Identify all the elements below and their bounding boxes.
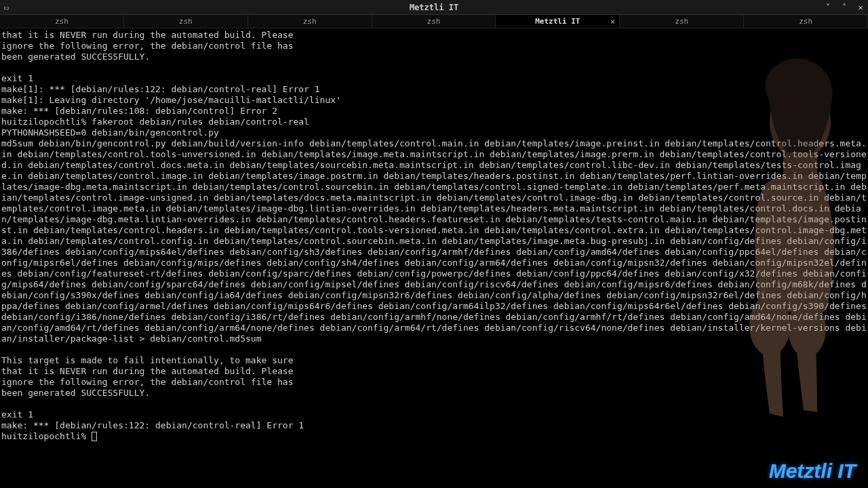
tab-0[interactable]: zsh [0, 15, 124, 28]
tab-6[interactable]: zsh [744, 15, 868, 28]
minimize-button[interactable]: ˅ [823, 3, 833, 12]
tab-2[interactable]: zsh [248, 15, 372, 28]
tab-bar: zshzshzshzshMetztli IT×zshzsh [0, 15, 868, 28]
maximize-button[interactable]: ˄ [840, 3, 849, 12]
tab-1[interactable]: zsh [124, 15, 248, 28]
tab-4[interactable]: Metztli IT× [496, 15, 620, 28]
tab-label: zsh [427, 17, 441, 26]
window-controls: ˅ ˄ ✕ [823, 3, 865, 12]
tab-label: zsh [303, 17, 317, 26]
window-title: Metztli IT [410, 3, 458, 12]
window-titlebar: ▭ Metztli IT ˅ ˄ ✕ [0, 0, 868, 15]
terminal-cursor [92, 432, 97, 441]
tab-label: zsh [799, 17, 812, 26]
watermark-logo: Metztli IT [769, 460, 856, 483]
app-icon: ▭ [4, 3, 14, 12]
tab-label: zsh [179, 17, 193, 26]
close-window-button[interactable]: ✕ [856, 3, 865, 12]
terminal-output[interactable]: that it is NEVER run during the automate… [0, 28, 868, 443]
tab-5[interactable]: zsh [620, 15, 744, 28]
tab-label: zsh [675, 17, 688, 26]
tab-close-icon[interactable]: × [610, 17, 615, 26]
tab-3[interactable]: zsh [372, 15, 496, 28]
tab-label: zsh [55, 17, 68, 26]
tab-label: Metztli IT [535, 17, 580, 26]
